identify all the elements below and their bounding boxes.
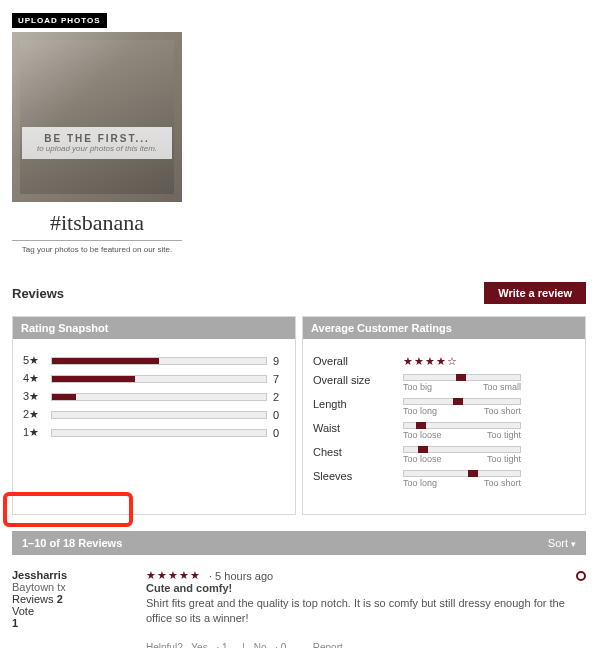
average-ratings-title: Average Customer Ratings: [303, 317, 585, 339]
fit-slider-track: [403, 374, 521, 381]
reviewer-vote-count: 1: [12, 617, 132, 629]
rating-bar-row[interactable]: 5★9: [23, 354, 285, 367]
helpful-yes-button[interactable]: Yes · 1: [191, 642, 233, 648]
overall-label: Overall: [313, 355, 393, 367]
report-link[interactable]: Report: [313, 642, 343, 648]
rating-bar-label: 5★: [23, 354, 45, 367]
helpful-no-button[interactable]: No · 0: [254, 642, 293, 648]
rating-bar-row[interactable]: 1★0: [23, 426, 285, 439]
fit-slider-row: Overall sizeToo bigToo small: [313, 374, 575, 392]
fit-slider-row: LengthToo longToo short: [313, 398, 575, 416]
rating-snapshot-panel: Rating Snapshot 5★94★73★22★01★0: [12, 316, 296, 515]
rating-bar-count: 0: [273, 409, 285, 421]
fit-slider-row: SleevesToo longToo short: [313, 470, 575, 488]
rating-bar-track: [51, 393, 267, 401]
rating-bar-track: [51, 429, 267, 437]
rating-bar-track: [51, 357, 267, 365]
rating-bar-label: 4★: [23, 372, 45, 385]
reviewer-location: Baytown tx: [12, 581, 132, 593]
review-age: · 5 hours ago: [209, 570, 273, 582]
rating-snapshot-title: Rating Snapshot: [13, 317, 295, 339]
fit-slider-left-caption: Too long: [403, 406, 437, 416]
rating-bar-track: [51, 411, 267, 419]
tagline-text: Tag your photos to be featured on our si…: [12, 245, 182, 254]
fit-slider-right-caption: Too short: [484, 406, 521, 416]
rating-bar-label: 3★: [23, 390, 45, 403]
hashtag-text: #itsbanana: [12, 210, 182, 241]
rating-bar-label: 2★: [23, 408, 45, 421]
fit-slider-left-caption: Too long: [403, 478, 437, 488]
sort-dropdown[interactable]: Sort: [548, 537, 576, 549]
fit-slider-right-caption: Too small: [483, 382, 521, 392]
fit-slider-right-caption: Too tight: [487, 454, 521, 464]
annotation-highlight: [3, 492, 133, 527]
fit-slider-track: [403, 398, 521, 405]
reviewer-vote-label: Vote: [12, 605, 132, 617]
rating-bar-count: 0: [273, 427, 285, 439]
rating-bar-count: 2: [273, 391, 285, 403]
write-review-button[interactable]: Write a review: [484, 282, 586, 304]
upload-photos-block: UPLOAD PHOTOS BE THE FIRST... to upload …: [12, 12, 182, 254]
badge-icon: [576, 571, 586, 581]
rating-bar-count: 7: [273, 373, 285, 385]
fit-slider-right-caption: Too tight: [487, 430, 521, 440]
reviewer-name[interactable]: Jessharris: [12, 569, 132, 581]
rating-bar-label: 1★: [23, 426, 45, 439]
overall-stars: ★★★★☆: [403, 355, 458, 368]
rating-bar-row[interactable]: 3★2: [23, 390, 285, 403]
fit-slider-label: Waist: [313, 422, 393, 434]
average-ratings-panel: Average Customer Ratings Overall ★★★★☆ O…: [302, 316, 586, 515]
be-first-subtitle: to upload your photos of this item.: [26, 144, 168, 153]
pagination-text: 1–10 of 18 Reviews: [22, 537, 122, 549]
fit-slider-row: ChestToo looseToo tight: [313, 446, 575, 464]
fit-slider-track: [403, 422, 521, 429]
rating-bar-row[interactable]: 2★0: [23, 408, 285, 421]
fit-slider-track: [403, 470, 521, 477]
rating-bar-count: 9: [273, 355, 285, 367]
rating-bar-track: [51, 375, 267, 383]
fit-slider-label: Chest: [313, 446, 393, 458]
fit-slider-label: Sleeves: [313, 470, 393, 482]
fit-slider-label: Length: [313, 398, 393, 410]
review-stars: ★★★★★: [146, 569, 201, 582]
reviews-heading: Reviews: [12, 286, 64, 301]
fit-slider-left-caption: Too loose: [403, 430, 442, 440]
upload-photos-button[interactable]: UPLOAD PHOTOS: [12, 13, 107, 28]
fit-slider-row: WaistToo looseToo tight: [313, 422, 575, 440]
review-text: Shirt fits great and the quality is top …: [146, 596, 586, 626]
fit-slider-left-caption: Too loose: [403, 454, 442, 464]
be-first-title: BE THE FIRST...: [26, 133, 168, 144]
fit-slider-right-caption: Too short: [484, 478, 521, 488]
rating-bar-row[interactable]: 4★7: [23, 372, 285, 385]
review-title: Cute and comfy!: [146, 582, 586, 594]
reviewer-reviews-count: Reviews 2: [12, 593, 132, 605]
fit-slider-label: Overall size: [313, 374, 393, 386]
fit-slider-track: [403, 446, 521, 453]
fit-slider-left-caption: Too big: [403, 382, 432, 392]
photo-placeholder[interactable]: BE THE FIRST... to upload your photos of…: [12, 32, 182, 202]
helpful-label: Helpful?: [146, 642, 183, 648]
be-first-overlay: BE THE FIRST... to upload your photos of…: [22, 127, 172, 159]
